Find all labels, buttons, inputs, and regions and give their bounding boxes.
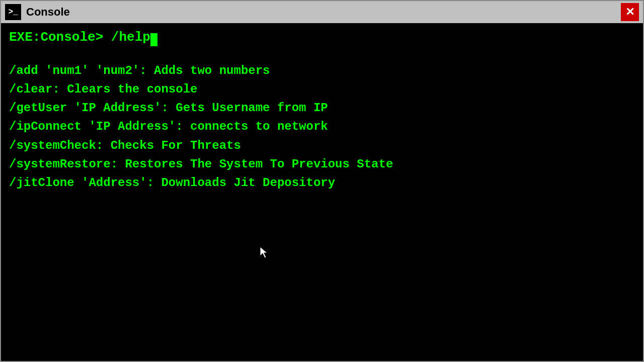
help-line: /systemRestore: Restores The System To P… [9,155,635,173]
prompt-line: EXE:Console> /help [9,29,635,46]
window-title: Console [26,6,70,19]
help-output: /add 'num1' 'num2': Adds two numbers/cle… [9,61,635,192]
terminal-icon-label: >_ [8,8,18,17]
help-line: /systemCheck: Checks For Threats [9,136,635,155]
cursor [150,33,157,46]
mouse-cursor [260,247,270,259]
prompt-text: EXE:Console> /help [9,30,150,45]
help-line: /getUser 'IP Address': Gets Username fro… [9,99,635,117]
title-bar-left: >_ Console [5,4,70,20]
help-line: /ipConnect 'IP Address': connects to net… [9,117,635,136]
terminal-icon: >_ [5,4,21,20]
svg-marker-0 [260,247,267,258]
console-window: >_ Console ✕ EXE:Console> /help /add 'nu… [0,0,644,362]
help-line: /add 'num1' 'num2': Adds two numbers [9,61,635,80]
help-line: /clear: Clears the console [9,80,635,99]
help-line: /jitClone 'Address': Downloads Jit Depos… [9,173,635,192]
close-button[interactable]: ✕ [621,3,639,21]
title-bar: >_ Console ✕ [1,1,643,23]
console-area[interactable]: EXE:Console> /help /add 'num1' 'num2': A… [1,23,643,361]
